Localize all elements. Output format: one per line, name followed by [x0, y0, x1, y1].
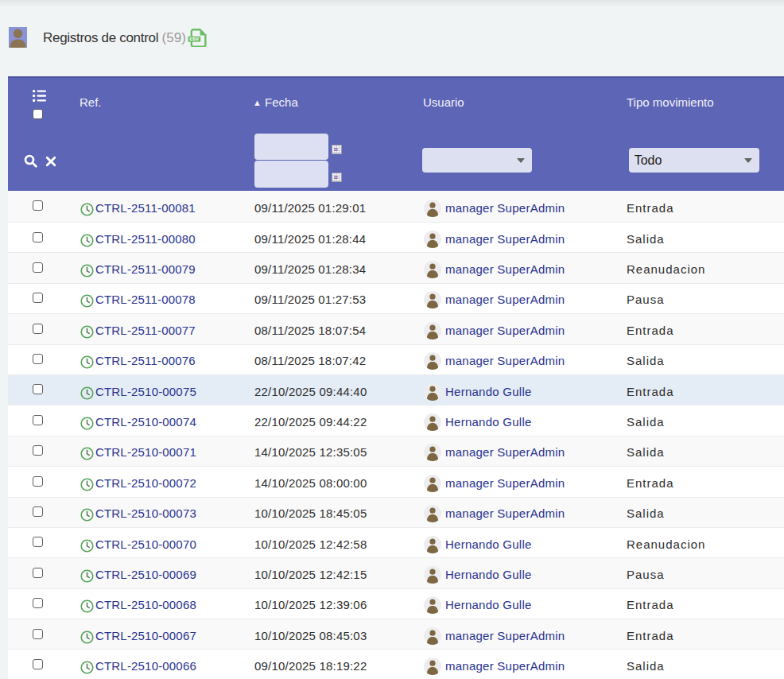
svg-text:csv: csv [189, 36, 199, 41]
